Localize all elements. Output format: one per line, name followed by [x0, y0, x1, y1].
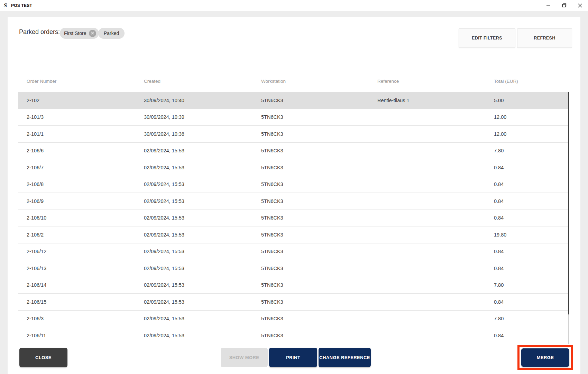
- cell-workstation: 5TN6CK3: [261, 98, 377, 103]
- cell-created: 02/09/2024, 15:53: [144, 232, 261, 238]
- column-header-workstation: Workstation: [261, 79, 377, 84]
- merge-button[interactable]: MERGE: [521, 348, 569, 367]
- cell-workstation: 5TN6CK3: [261, 282, 377, 288]
- cell-total: 12.00: [494, 131, 568, 137]
- table-row[interactable]: 2-106/14 02/09/2024, 15:53 5TN6CK3 7.80: [18, 277, 568, 294]
- cell-created: 02/09/2024, 15:53: [144, 181, 261, 187]
- cell-created: 02/09/2024, 15:53: [144, 316, 261, 321]
- cell-created: 30/09/2024, 10:39: [144, 114, 261, 120]
- cell-order-number: 2-106/12: [27, 249, 144, 254]
- cell-workstation: 5TN6CK3: [261, 165, 377, 170]
- window-controls: [540, 0, 588, 11]
- cell-created: 02/09/2024, 15:53: [144, 299, 261, 305]
- cell-total: 7.80: [494, 282, 568, 288]
- table-row[interactable]: 2-102 30/09/2024, 10:40 5TN6CK3 Rentle-t…: [18, 92, 568, 109]
- close-window-button[interactable]: [572, 0, 588, 11]
- cell-order-number: 2-101/3: [27, 114, 144, 120]
- restore-button[interactable]: [556, 0, 572, 11]
- table-row[interactable]: 2-106/9 02/09/2024, 15:53 5TN6CK3 0.84: [18, 193, 568, 210]
- page-title: Parked orders:: [19, 28, 60, 36]
- table-row[interactable]: 2-101/1 30/09/2024, 10:36 5TN6CK3 12.00: [18, 126, 568, 143]
- close-button[interactable]: CLOSE: [19, 348, 67, 367]
- table-scrollbar-track[interactable]: [568, 92, 569, 344]
- minimize-icon: [546, 3, 550, 8]
- cell-created: 02/09/2024, 15:53: [144, 333, 261, 338]
- cell-workstation: 5TN6CK3: [261, 232, 377, 238]
- cell-order-number: 2-106/3: [27, 316, 144, 321]
- cell-total: 12.00: [494, 114, 568, 120]
- cell-order-number: 2-101/1: [27, 131, 144, 137]
- refresh-button[interactable]: REFRESH: [517, 28, 572, 48]
- table-row[interactable]: 2-101/3 30/09/2024, 10:39 5TN6CK3 12.00: [18, 109, 568, 126]
- cell-order-number: 2-106/7: [27, 165, 144, 170]
- cell-total: 0.84: [494, 299, 568, 305]
- cell-created: 02/09/2024, 15:53: [144, 198, 261, 204]
- filter-chip-label: Parked: [104, 30, 119, 36]
- cell-total: 0.84: [494, 181, 568, 187]
- cell-order-number: 2-102: [27, 98, 144, 103]
- app-window: S POS TEST: [0, 0, 588, 374]
- cell-order-number: 2-106/2: [27, 232, 144, 238]
- cell-workstation: 5TN6CK3: [261, 215, 377, 221]
- table-row[interactable]: 2-106/8 02/09/2024, 15:53 5TN6CK3 0.84: [18, 176, 568, 193]
- cell-created: 02/09/2024, 15:53: [144, 148, 261, 153]
- table-scrollbar-thumb[interactable]: [568, 92, 569, 314]
- cell-workstation: 5TN6CK3: [261, 266, 377, 271]
- cell-total: 5.00: [494, 98, 568, 103]
- minimize-button[interactable]: [540, 0, 556, 11]
- edit-filters-button[interactable]: EDIT FILTERS: [459, 28, 515, 48]
- column-header-reference: Reference: [377, 79, 494, 84]
- table-row[interactable]: 2-106/13 02/09/2024, 15:53 5TN6CK3 0.84: [18, 260, 568, 277]
- cell-workstation: 5TN6CK3: [261, 316, 377, 321]
- app-logo-icon: S: [2, 2, 8, 8]
- cell-reference: Rentle-tilaus 1: [377, 98, 494, 103]
- table-row[interactable]: 2-106/10 02/09/2024, 15:53 5TN6CK3 0.84: [18, 210, 568, 227]
- cell-created: 02/09/2024, 15:53: [144, 266, 261, 271]
- remove-filter-x-icon: [91, 31, 94, 36]
- table-row[interactable]: 2-106/15 02/09/2024, 15:53 5TN6CK3 0.84: [18, 294, 568, 311]
- merge-highlight-annotation: MERGE: [517, 345, 573, 370]
- cell-order-number: 2-106/6: [27, 148, 144, 153]
- cell-total: 19.80: [494, 232, 568, 238]
- table-row[interactable]: 2-106/6 02/09/2024, 15:53 5TN6CK3 7.80: [18, 143, 568, 160]
- cell-total: 0.84: [494, 215, 568, 221]
- window-title: POS TEST: [11, 3, 32, 8]
- filter-chip-parked[interactable]: Parked: [98, 28, 125, 39]
- cell-created: 02/09/2024, 15:53: [144, 282, 261, 288]
- cell-created: 02/09/2024, 15:53: [144, 249, 261, 254]
- table-row[interactable]: 2-106/2 02/09/2024, 15:53 5TN6CK3 19.80: [18, 226, 568, 243]
- cell-workstation: 5TN6CK3: [261, 333, 377, 338]
- show-more-button[interactable]: SHOW MORE: [221, 348, 268, 367]
- cell-workstation: 5TN6CK3: [261, 181, 377, 187]
- cell-workstation: 5TN6CK3: [261, 249, 377, 254]
- cell-workstation: 5TN6CK3: [261, 131, 377, 137]
- restore-icon: [562, 3, 567, 8]
- parked-orders-panel: Parked orders: First Store Parked EDIT F…: [8, 17, 580, 374]
- cell-workstation: 5TN6CK3: [261, 148, 377, 153]
- column-header-created: Created: [144, 79, 261, 84]
- table-row[interactable]: 2-106/11 02/09/2024, 15:53 5TN6CK3 0.84: [18, 327, 568, 344]
- cell-total: 7.80: [494, 316, 568, 321]
- cell-total: 0.84: [494, 198, 568, 204]
- cell-created: 30/09/2024, 10:36: [144, 131, 261, 137]
- cell-order-number: 2-106/11: [27, 333, 144, 338]
- table-row[interactable]: 2-106/12 02/09/2024, 15:53 5TN6CK3 0.84: [18, 243, 568, 260]
- table-row[interactable]: 2-106/7 02/09/2024, 15:53 5TN6CK3 0.84: [18, 159, 568, 176]
- table-header-row: Order Number Created Workstation Referen…: [18, 73, 568, 89]
- cell-order-number: 2-106/9: [27, 198, 144, 204]
- cell-order-number: 2-106/15: [27, 299, 144, 305]
- table-row[interactable]: 2-106/3 02/09/2024, 15:53 5TN6CK3 7.80: [18, 311, 568, 328]
- change-reference-button[interactable]: CHANGE REFERENCE: [319, 348, 371, 367]
- cell-total: 7.80: [494, 148, 568, 153]
- cell-total: 0.84: [494, 165, 568, 170]
- cell-created: 30/09/2024, 10:40: [144, 98, 261, 103]
- cell-created: 02/09/2024, 15:53: [144, 165, 261, 170]
- column-header-total: Total (EUR): [494, 79, 568, 84]
- table-body: 2-102 30/09/2024, 10:40 5TN6CK3 Rentle-t…: [18, 92, 568, 344]
- cell-order-number: 2-106/10: [27, 215, 144, 221]
- print-button[interactable]: PRINT: [269, 348, 317, 367]
- cell-total: 0.84: [494, 266, 568, 271]
- filter-chip-first-store[interactable]: First Store: [60, 28, 99, 39]
- cell-workstation: 5TN6CK3: [261, 114, 377, 120]
- remove-filter-button[interactable]: [89, 30, 96, 37]
